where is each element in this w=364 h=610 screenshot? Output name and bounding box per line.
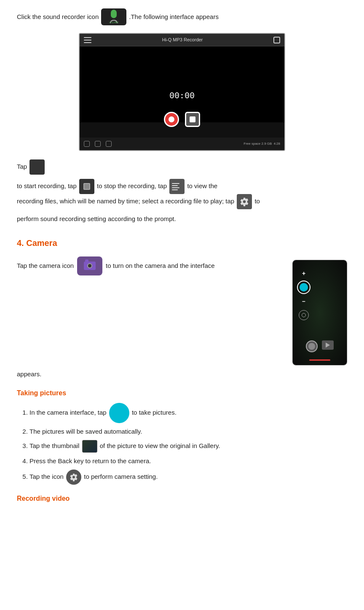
click-text: Click the sound recorder icon <box>17 12 99 22</box>
camera-bottom-line <box>309 359 330 361</box>
list-item-1: In the camera interface, tap to take pic… <box>29 403 347 423</box>
item3b-text: of the picture to view the original in G… <box>100 442 220 449</box>
list-item-3: Tap the thumbnail of the picture to view… <box>29 440 347 453</box>
settings-icon <box>273 37 280 43</box>
stop-button-screenshot <box>185 112 200 127</box>
recorder-controls <box>164 112 200 127</box>
camera-tap-text: Tap the camera icon <box>17 261 74 271</box>
taking-pictures-list: In the camera interface, tap to take pic… <box>17 403 347 485</box>
focus-dot <box>300 283 308 292</box>
shutter-controls <box>306 340 334 352</box>
recording-prompt-text: perform sound recording setting accordin… <box>17 215 176 222</box>
recording-video-heading: Recording video <box>17 493 347 504</box>
tap-word: Tap <box>17 163 29 170</box>
list-item-4: Press the Back key to return to the came… <box>29 456 347 466</box>
following-text: .The following interface appears <box>129 12 219 22</box>
status-bar-right: Free space 2.9 GB 4:28 <box>244 141 280 147</box>
clock-time: 4:28 <box>273 141 280 147</box>
item1-text: In the camera interface, tap <box>29 409 107 416</box>
camera-preview-screenshot: + – <box>292 260 347 365</box>
item5a-text: Tap the icon <box>29 473 64 480</box>
recorder-title: Hi-Q MP3 Recorder <box>162 36 203 44</box>
appears-text: appears. <box>17 370 41 378</box>
tap-instructions-paragraph: Tap <box>17 159 347 175</box>
video-button <box>322 340 334 350</box>
tap-stop-text: to stop the recording, tap <box>97 182 167 189</box>
list-item-2: The pictures will be saved automatically… <box>29 426 347 437</box>
focus-circle <box>297 281 310 294</box>
recorder-app-icon: Hi-Q MP3 <box>101 8 126 25</box>
camera-turn-text: to turn on the camera and the interface <box>106 261 215 271</box>
list-icon <box>169 179 185 194</box>
list-item-5: Tap the icon to perform camera setting. <box>29 470 347 485</box>
camera-appears-text: appears. <box>17 369 347 380</box>
recorder-main-area <box>80 46 284 122</box>
tap-start-text: to start recording, tap <box>17 182 77 189</box>
item2-text: The pictures will be saved automatically… <box>29 428 142 435</box>
camera-switch-icon <box>299 310 309 320</box>
recorder-timer: 00:00 <box>169 89 195 102</box>
camera-tap-text-line: Tap the camera icon to turn on the camer… <box>17 256 286 275</box>
taking-pictures-heading: Taking pictures <box>17 388 347 399</box>
item1b-text: to take pictures. <box>132 409 177 416</box>
recorder-screenshot: Hi-Q MP3 Recorder 00:00 Free space 2.9 G… <box>79 33 285 151</box>
thumbnail-icon <box>82 440 97 453</box>
item5b-text: to perform camera setting. <box>84 473 158 480</box>
camera-section-heading: 4. Camera <box>17 236 347 250</box>
camera-section: 4. Camera Tap the camera icon to turn on… <box>17 236 347 504</box>
zoom-minus: – <box>302 297 305 306</box>
nav-recent <box>106 141 112 147</box>
recorder-top-bar: Hi-Q MP3 Recorder <box>80 34 284 46</box>
menu-icon <box>84 37 91 43</box>
bottom-nav-icons <box>84 141 112 147</box>
recording-files-text2: to <box>254 197 260 205</box>
zoom-controls: + – <box>297 269 310 321</box>
nav-home <box>95 141 101 147</box>
stop-icon <box>79 179 94 194</box>
record-button-screenshot <box>164 112 179 127</box>
item3a-text: Tap the thumbnail <box>29 442 79 449</box>
video-triangle <box>326 343 330 348</box>
item4-text: Press the Back key to return to the came… <box>29 457 151 464</box>
recorder-bottom-bar: Free space 2.9 GB 4:28 <box>80 138 284 150</box>
camera-settings-icon <box>66 470 81 485</box>
nav-back <box>84 141 90 147</box>
camera-app-icon <box>77 256 102 275</box>
intro-line: Click the sound recorder icon Hi-Q MP3 .… <box>17 8 347 25</box>
free-space-text: Free space 2.9 GB <box>244 141 272 147</box>
camera-intro-area: Tap the camera icon to turn on the camer… <box>17 256 347 365</box>
shutter-inner <box>308 343 315 350</box>
recording-files-paragraph2: perform sound recording setting accordin… <box>17 213 347 224</box>
recording-files-paragraph: recording files, which will be named by … <box>17 194 347 209</box>
shutter-button <box>306 340 318 352</box>
recording-files-text1: recording files, which will be named by … <box>17 197 234 205</box>
capture-button-icon <box>109 403 129 423</box>
record-icon <box>29 159 45 175</box>
gear-icon <box>237 194 252 209</box>
tap-view-text: to view the <box>187 182 217 189</box>
zoom-plus: + <box>302 269 305 278</box>
